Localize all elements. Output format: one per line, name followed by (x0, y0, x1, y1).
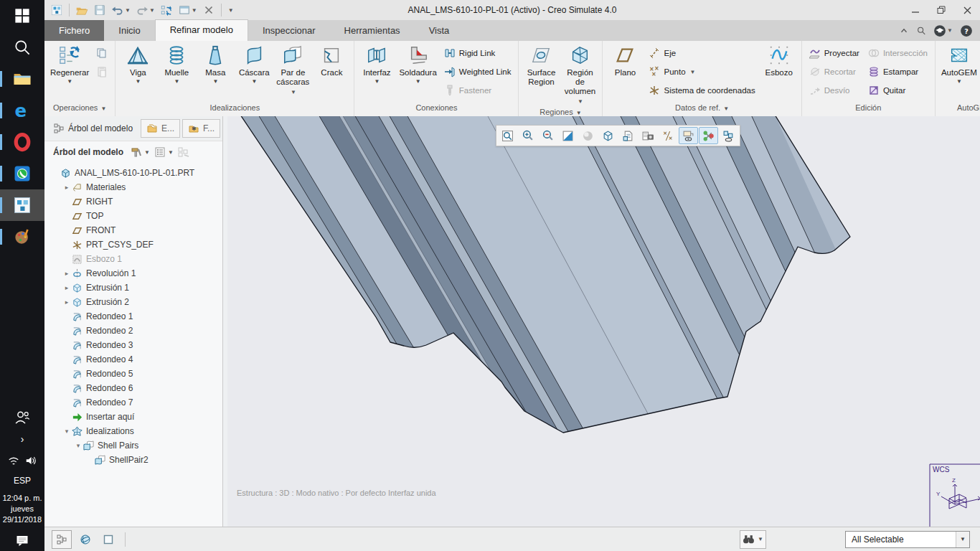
tab-refinar-modelo[interactable]: Refinar modelo (155, 19, 248, 41)
tree-item-redondeo-4[interactable]: Redondeo 4 (44, 352, 222, 367)
open-button[interactable] (74, 2, 90, 18)
viga-button[interactable]: Viga▼ (119, 43, 156, 86)
punto-button[interactable]: ×××Punto▼ (645, 62, 758, 81)
close-window-button[interactable] (201, 2, 217, 18)
zoom-region-button[interactable] (498, 127, 517, 144)
autogem-button[interactable]: AutoGEM▼ (939, 43, 979, 86)
taskbar-network-volume[interactable] (0, 450, 44, 471)
help-button[interactable]: ? (960, 24, 973, 37)
redo-button[interactable]: ▼ (134, 2, 156, 18)
tree-item-anal-lms-610-10-pl-01-prt[interactable]: ANAL_LMS-610-10-PL-01.PRT (44, 166, 222, 180)
tab-herramientas[interactable]: Herramientas (330, 20, 415, 41)
tab-fichero[interactable]: Fichero (44, 20, 104, 41)
expand-down-icon[interactable]: ▾ (73, 442, 83, 449)
group-label[interactable]: Regiones ▼ (519, 108, 602, 116)
interfaz-button[interactable]: Interfaz▼ (358, 43, 395, 86)
expand-down-icon[interactable]: ▾ (62, 428, 72, 435)
expand-right-icon[interactable]: ▸ (62, 184, 72, 191)
expand-right-icon[interactable]: ▸ (62, 298, 72, 306)
tree-item-idealizations[interactable]: ▾Idealizations (44, 424, 222, 438)
expand-right-icon[interactable]: ▸ (62, 284, 72, 291)
display-style-button[interactable] (598, 127, 618, 144)
surface-region-button[interactable]: Surface Region (522, 43, 560, 88)
taskbar-edge-browser[interactable]: e (0, 95, 44, 126)
taskbar-paint-app[interactable] (0, 221, 44, 253)
tree-item-prt-csys-def[interactable]: PRT_CSYS_DEF (44, 237, 222, 252)
save-button[interactable] (92, 2, 108, 18)
command-search-button[interactable] (916, 26, 926, 36)
tree-item-right[interactable]: RIGHT (44, 194, 222, 209)
taskbar-overflow-chevron[interactable]: › (0, 428, 44, 450)
toolbar-options-button[interactable]: ▼ (226, 2, 235, 18)
desv-o-button[interactable]: Desvío (806, 81, 863, 100)
datum-display-button[interactable]: ×× (659, 127, 678, 144)
tree-item-redondeo-5[interactable]: Redondeo 5 (44, 367, 222, 381)
navigator-tab-0[interactable]: Árbol del modelo (47, 119, 138, 138)
zoom-out-button[interactable] (538, 127, 557, 144)
zoom-in-button[interactable] (518, 127, 537, 144)
c-scara-button[interactable]: Cáscara▼ (235, 43, 273, 86)
taskbar-file-explorer[interactable] (0, 63, 44, 95)
window-switch-button[interactable]: ▼ (176, 2, 199, 18)
eje-button[interactable]: Eje (645, 44, 758, 62)
graphics-viewport[interactable]: ×× Estructura : 3D : Modo nativo : Por d… (227, 116, 980, 527)
spin-center-button[interactable] (699, 127, 718, 144)
capture-button[interactable] (639, 127, 658, 144)
taskbar-start-button[interactable] (0, 0, 44, 32)
soldadura-button[interactable]: Soldadura▼ (397, 43, 438, 86)
tree-item-front[interactable]: FRONT (44, 223, 222, 237)
minimize-button[interactable] (903, 0, 928, 20)
plano-button[interactable]: Plano (606, 43, 644, 79)
tree-item-redondeo-1[interactable]: Redondeo 1 (44, 309, 222, 324)
tree-item-redondeo-7[interactable]: Redondeo 7 (44, 395, 222, 410)
masa-button[interactable]: Masa▼ (197, 43, 234, 86)
tree-item-redondeo-6[interactable]: Redondeo 6 (44, 381, 222, 395)
rigid-link-button[interactable]: Rigid Link (440, 44, 515, 62)
tree-display-button[interactable]: ▼ (154, 146, 174, 158)
navigator-tab-1[interactable]: E... (141, 119, 180, 138)
esbozo-button[interactable]: Esbozo (760, 43, 798, 79)
taskbar-opera-browser[interactable] (0, 126, 44, 158)
component-display-button[interactable] (719, 127, 738, 144)
selection-filter[interactable]: All Selectable ▼ (845, 531, 970, 548)
tree-item-materiales[interactable]: ▸Materiales (44, 180, 222, 194)
crack-button[interactable]: Crack (313, 43, 350, 79)
muelle-button[interactable]: Muelle▼ (158, 43, 195, 86)
tree-item-shell-pairs[interactable]: ▾Shell Pairs (44, 438, 222, 453)
corrugated-sheet-model[interactable] (227, 116, 980, 527)
tree-item-extrusi-n-2[interactable]: ▸Extrusión 2 (44, 295, 222, 309)
restore-button[interactable] (928, 0, 954, 20)
repaint-button[interactable] (558, 127, 578, 144)
tab-vista[interactable]: Vista (415, 20, 464, 41)
browser-toggle-button[interactable] (76, 531, 95, 548)
estampar-button[interactable]: Estampar (864, 62, 931, 81)
tab-inspeccionar[interactable]: Inspeccionar (248, 20, 330, 41)
tree-item-esbozo-1[interactable]: Esbozo 1 (44, 252, 222, 266)
tree-item-top[interactable]: TOP (44, 209, 222, 223)
tree-tools-button[interactable]: ▼ (131, 146, 150, 158)
taskbar-language[interactable]: ESP (14, 476, 31, 486)
regi-n-de-volumen-button[interactable]: Región de volumen ▼ (561, 43, 598, 108)
shading-style-button[interactable] (578, 127, 598, 144)
tab-inicio[interactable]: Inicio (104, 20, 154, 41)
tree-toggle-button[interactable] (52, 530, 72, 549)
annotation-display-button[interactable] (679, 127, 698, 144)
group-label[interactable]: Operaciones ▼ (44, 103, 115, 116)
proyectar-button[interactable]: Proyectar (806, 44, 863, 62)
selection-filter-dropdown[interactable]: ▼ (956, 532, 969, 547)
taskbar-creo-app[interactable] (0, 189, 44, 221)
expand-right-icon[interactable]: ▸ (62, 270, 72, 277)
tree-item-redondeo-2[interactable]: Redondeo 2 (44, 324, 222, 338)
weighted-link-button[interactable]: Weighted Link (440, 62, 515, 81)
par-de-c-scaras-button[interactable]: Par de cáscaras ▼ (274, 43, 311, 98)
tree-item-revoluci-n-1[interactable]: ▸Revolución 1 (44, 266, 222, 281)
app-button[interactable] (49, 2, 65, 18)
tree-item-insertar-aqu-[interactable]: Insertar aquí (44, 410, 222, 424)
regenerate-quick-button[interactable] (159, 2, 174, 18)
collapse-ribbon-button[interactable] (899, 26, 909, 36)
new-window-button[interactable] (99, 531, 118, 548)
taskbar-people-button[interactable] (0, 407, 44, 428)
recortar-button[interactable]: Recortar (806, 62, 863, 81)
fastener-button[interactable]: Fastener (440, 81, 515, 100)
intersecci-n-button[interactable]: Intersección (864, 44, 931, 62)
